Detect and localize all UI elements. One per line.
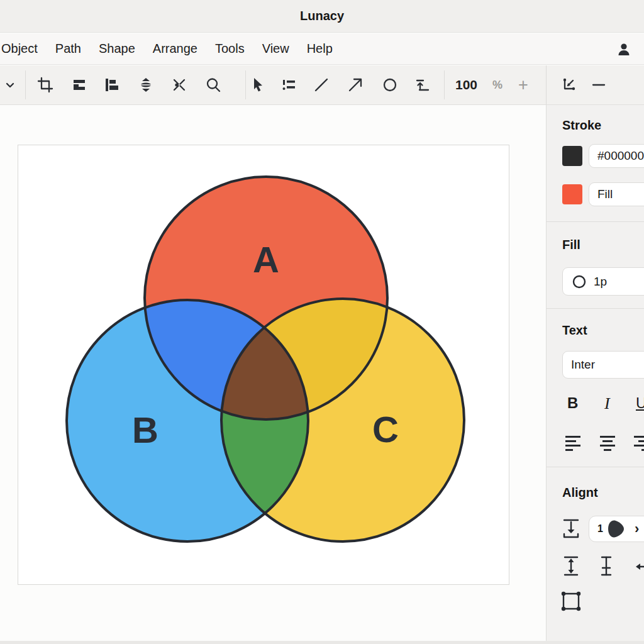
- menu-view[interactable]: View: [262, 42, 289, 56]
- align-baseline-icon: [414, 76, 431, 94]
- font-family-field[interactable]: Inter: [562, 351, 644, 379]
- fill-color-swatch[interactable]: [562, 184, 582, 204]
- toolbar-separator: [444, 70, 445, 99]
- section-divider: [547, 467, 644, 467]
- chevron-down-icon: [3, 78, 17, 92]
- section-divider: [547, 308, 644, 309]
- zoom-level-value[interactable]: 100: [455, 71, 477, 99]
- menu-path[interactable]: Path: [55, 42, 81, 56]
- artboard[interactable]: A B C: [18, 145, 509, 585]
- text-align-left-icon: [564, 435, 583, 451]
- fill-color-value: Fill: [597, 187, 613, 201]
- magnifier-icon: [204, 76, 222, 94]
- menu-arrange[interactable]: Arrange: [153, 42, 197, 56]
- numbered-list-icon: [280, 76, 297, 94]
- venn-diagram[interactable]: A B C: [18, 145, 510, 586]
- toolbar: 100 % +: [0, 65, 644, 105]
- stroke-width-field[interactable]: 1p: [562, 267, 644, 296]
- line-height-button[interactable]: [600, 555, 613, 579]
- toolbar-more-button[interactable]: [0, 71, 21, 99]
- text-align-center-button[interactable]: [599, 435, 618, 453]
- venn-label-a[interactable]: A: [253, 239, 279, 280]
- toolbar-separator: [25, 70, 26, 99]
- menu-object[interactable]: Object: [1, 42, 38, 56]
- toolbar-separator: [245, 70, 246, 99]
- text-section-title: Text: [562, 323, 587, 338]
- main-area: A B C Stroke #000000 Fill Fill: [0, 105, 644, 644]
- arrow-northeast-icon: [347, 76, 364, 94]
- zoom-percent-label: %: [492, 71, 502, 99]
- align-bottom-icon: [561, 518, 581, 540]
- italic-button[interactable]: I: [604, 394, 610, 413]
- stroke-color-field[interactable]: #000000: [589, 144, 644, 168]
- ellipse-icon: [381, 76, 399, 94]
- section-divider: [547, 221, 644, 222]
- height-resize-button[interactable]: [561, 555, 581, 579]
- shuffle-icon: [170, 76, 188, 94]
- zoom-in-button[interactable]: +: [518, 71, 528, 99]
- align-stack-icon: [70, 76, 88, 94]
- canvas[interactable]: A B C: [0, 105, 546, 644]
- align-bottom-button[interactable]: [561, 518, 581, 543]
- ellipse-tool-button[interactable]: [379, 71, 401, 99]
- line-icon: [313, 76, 330, 94]
- properties-panel: Stroke #000000 Fill Fill 1p Text Inter: [546, 105, 644, 644]
- bounding-box-icon: [559, 589, 583, 613]
- stroke-color-value: #000000: [597, 149, 644, 163]
- width-resize-button[interactable]: [633, 559, 644, 577]
- text-align-right-button[interactable]: [633, 435, 644, 453]
- stroke-width-value: 1p: [594, 275, 607, 289]
- lunacy-window: Lunacy Object Path Shape Arrange Tools V…: [0, 0, 644, 644]
- user-account-button[interactable]: [616, 42, 632, 58]
- shuffle-button[interactable]: [168, 71, 191, 99]
- distribute-vertical-button[interactable]: [135, 71, 157, 99]
- fill-color-field[interactable]: Fill: [589, 182, 644, 206]
- bounding-box-button[interactable]: [559, 589, 583, 616]
- bold-button[interactable]: B: [567, 394, 578, 412]
- align-section-title: Alignt: [562, 486, 598, 500]
- window-title: Lunacy: [300, 9, 344, 23]
- ring-icon: [571, 274, 587, 290]
- minus-icon: [590, 76, 608, 94]
- vertical-resize-icon: [561, 555, 581, 577]
- vector-corner-icon: [560, 75, 579, 94]
- menu-bar: Object Path Shape Arrange Tools View Hel…: [0, 33, 644, 65]
- text-cursor-icon: [600, 555, 613, 577]
- title-bar: Lunacy: [0, 0, 644, 33]
- collapse-panel-button[interactable]: [587, 71, 610, 99]
- align-left-objects-button[interactable]: [101, 71, 123, 99]
- menu-tools[interactable]: Tools: [215, 42, 245, 56]
- window-bottom-edge: [0, 641, 644, 644]
- align-left-icon: [103, 76, 121, 94]
- align-stack-button[interactable]: [68, 71, 91, 99]
- line-tool-button[interactable]: [310, 71, 333, 99]
- text-align-center-icon: [599, 435, 618, 451]
- list-tool-button[interactable]: [277, 71, 300, 99]
- text-align-right-icon: [633, 435, 644, 451]
- toolbar-separator: [546, 65, 547, 105]
- venn-label-b[interactable]: B: [132, 409, 158, 450]
- venn-label-c[interactable]: C: [372, 409, 399, 450]
- fill-section-title: Fill: [562, 238, 580, 252]
- stepper-expand-chevron[interactable]: ›: [635, 521, 639, 537]
- menu-shape[interactable]: Shape: [99, 42, 135, 56]
- align-stepper[interactable]: 1 ›: [589, 516, 644, 542]
- crop-tool-button[interactable]: [34, 71, 57, 99]
- text-align-left-button[interactable]: [564, 435, 583, 453]
- stroke-section-title: Stroke: [562, 118, 601, 133]
- vector-tool-button[interactable]: [558, 71, 580, 99]
- menu-help[interactable]: Help: [307, 42, 333, 56]
- select-tool-button[interactable]: [247, 71, 269, 99]
- zoom-tool-button[interactable]: [202, 71, 225, 99]
- blob-icon: [608, 519, 625, 538]
- align-baseline-button[interactable]: [411, 71, 434, 99]
- crop-icon: [36, 76, 54, 94]
- distribute-vertical-icon: [137, 76, 155, 94]
- font-family-value: Inter: [571, 358, 595, 372]
- underline-button[interactable]: U: [636, 394, 644, 412]
- user-icon: [616, 42, 632, 58]
- arrow-tool-button[interactable]: [344, 71, 367, 99]
- cursor-icon: [249, 76, 267, 94]
- horizontal-resize-icon: [633, 559, 644, 574]
- stroke-color-swatch[interactable]: [562, 146, 582, 166]
